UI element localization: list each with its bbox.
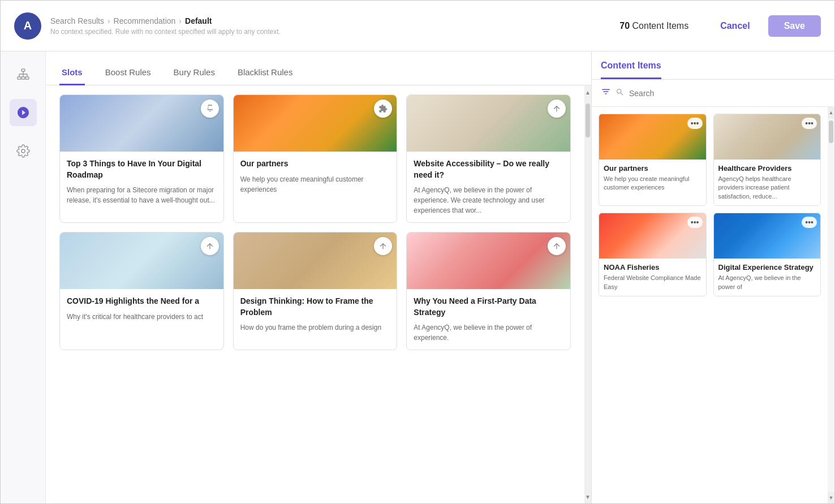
more-options-button[interactable]: ••• <box>687 118 703 129</box>
avatar: A <box>14 12 41 40</box>
card-body: COVID-19 Highlights the Need for a Why i… <box>60 289 223 329</box>
top-header: A Search Results › Recommendation › Defa… <box>1 1 834 51</box>
card-desc: Why it's critical for healthcare provide… <box>67 312 217 322</box>
right-panel-grid: ••• Our partners We help you create mean… <box>592 107 828 503</box>
breadcrumb-area: Search Results › Recommendation › Defaul… <box>50 16 610 36</box>
svg-rect-2 <box>21 77 25 79</box>
main-area: Slots Boost Rules Bury Rules Blacklist R… <box>1 51 834 503</box>
sidebar-icon-org[interactable] <box>10 61 37 88</box>
right-panel-title: Content Items <box>601 61 661 79</box>
right-panel-toolbar <box>592 80 834 107</box>
center-scrollbar[interactable]: ▲ ▼ <box>584 85 591 503</box>
right-card-desc: Federal Website Compliance Made Easy <box>604 274 701 291</box>
card-image <box>60 95 223 152</box>
right-card-body: Digital Experience Strategy At AgencyQ, … <box>714 259 821 296</box>
right-scroll-thumb[interactable] <box>829 120 833 143</box>
right-card-title: Healthcare Providers <box>718 164 816 173</box>
right-card-image: ••• <box>714 114 821 160</box>
content-card: COVID-19 Highlights the Need for a Why i… <box>59 232 224 350</box>
content-card: Why You Need a First-Party Data Strategy… <box>406 232 571 350</box>
right-card-desc: AgencyQ helps healthcare providers incre… <box>718 175 816 201</box>
breadcrumb-current: Default <box>185 16 212 25</box>
more-options-button[interactable]: ••• <box>802 217 817 228</box>
card-body: Why You Need a First-Party Data Strategy… <box>407 289 570 350</box>
sidebar <box>1 51 46 503</box>
scroll-thumb[interactable] <box>586 104 590 137</box>
search-icon <box>616 88 625 99</box>
sidebar-icon-settings[interactable] <box>10 137 37 165</box>
card-title: Website Accessibility – Do we really nee… <box>414 158 563 180</box>
card-desc: At AgencyQ, we believe in the power of e… <box>414 322 563 343</box>
search-input[interactable] <box>629 89 825 98</box>
tab-boost-rules[interactable]: Boost Rules <box>103 61 153 85</box>
right-card-body: Healthcare Providers AgencyQ helps healt… <box>714 160 821 205</box>
card-up-icon[interactable] <box>548 237 566 255</box>
breadcrumb-part1: Search Results <box>50 16 104 25</box>
breadcrumb-part2: Recommendation <box>114 16 176 25</box>
card-body: Top 3 Things to Have In Your Digital Roa… <box>60 152 223 212</box>
svg-rect-1 <box>18 77 21 79</box>
scroll-up-arrow[interactable]: ▲ <box>584 85 591 99</box>
card-title: Our partners <box>240 158 390 170</box>
card-image <box>407 232 570 289</box>
card-title: Design Thinking: How to Frame the Proble… <box>240 296 390 318</box>
card-up-icon[interactable] <box>201 237 219 255</box>
breadcrumb-sep1: › <box>107 16 110 25</box>
right-card-desc: We help you create meaningful customer e… <box>604 175 701 192</box>
content-count: 70 Content Items <box>619 21 688 31</box>
right-scroll-up[interactable]: ▲ <box>828 107 834 118</box>
tab-slots[interactable]: Slots <box>59 61 85 85</box>
card-up-icon[interactable] <box>374 237 392 255</box>
save-button[interactable]: Save <box>768 15 821 37</box>
content-card: Our partners We help you create meaningf… <box>233 94 398 223</box>
right-panel-content-area: ••• Our partners We help you create mean… <box>592 107 834 503</box>
card-image <box>60 232 223 289</box>
card-image <box>234 95 397 152</box>
right-scrollbar[interactable]: ▲ ▼ <box>828 107 834 503</box>
right-card: ••• Healthcare Providers AgencyQ helps h… <box>713 114 821 206</box>
card-desc: How do you frame the problem during a de… <box>240 322 390 333</box>
center-scroll-wrapper: Top 3 Things to Have In Your Digital Roa… <box>46 85 591 503</box>
svg-rect-3 <box>25 77 29 79</box>
tab-blacklist-rules[interactable]: Blacklist Rules <box>235 61 295 85</box>
right-card: ••• Our partners We help you create mean… <box>599 114 707 206</box>
content-grid-area[interactable]: Top 3 Things to Have In Your Digital Roa… <box>46 85 584 503</box>
card-pin-icon[interactable] <box>201 100 219 118</box>
card-desc: At AgencyQ, we believe in the power of e… <box>414 185 563 216</box>
card-puzzle-icon[interactable] <box>374 100 392 118</box>
content-grid: Top 3 Things to Have In Your Digital Roa… <box>59 94 571 350</box>
cancel-button[interactable]: Cancel <box>711 16 759 36</box>
card-title: Top 3 Things to Have In Your Digital Roa… <box>67 158 217 180</box>
tabs-bar: Slots Boost Rules Bury Rules Blacklist R… <box>46 51 591 85</box>
card-body: Our partners We help you create meaningf… <box>234 152 397 201</box>
card-desc: When preparing for a Sitecore migration … <box>67 185 217 205</box>
breadcrumb-subtitle: No context specified. Rule with no conte… <box>50 28 610 36</box>
card-image <box>407 95 570 152</box>
more-options-button[interactable]: ••• <box>687 217 703 228</box>
card-body: Website Accessibility – Do we really nee… <box>407 152 570 222</box>
right-card-title: Our partners <box>604 164 701 173</box>
right-card-image: ••• <box>599 114 706 160</box>
content-card: Website Accessibility – Do we really nee… <box>406 94 571 223</box>
content-card: Top 3 Things to Have In Your Digital Roa… <box>59 94 224 223</box>
right-card-title: Digital Experience Strategy <box>718 263 816 272</box>
scroll-down-arrow[interactable]: ▼ <box>584 490 591 503</box>
sidebar-icon-personalize[interactable] <box>10 99 37 126</box>
svg-point-10 <box>21 149 25 153</box>
right-card: ••• Digital Experience Strategy At Agenc… <box>713 213 821 296</box>
card-title: COVID-19 Highlights the Need for a <box>67 296 217 307</box>
right-card: ••• NOAA Fisheries Federal Website Compl… <box>599 213 707 296</box>
card-title: Why You Need a First-Party Data Strategy <box>414 296 563 318</box>
filter-icon[interactable] <box>601 87 611 100</box>
right-card-body: NOAA Fisheries Federal Website Complianc… <box>599 259 706 296</box>
right-scroll-down[interactable]: ▼ <box>828 492 834 503</box>
right-card-image: ••• <box>714 213 821 259</box>
more-options-button[interactable]: ••• <box>802 118 817 129</box>
right-panel: Content Items ••• <box>591 51 834 503</box>
breadcrumb: Search Results › Recommendation › Defaul… <box>50 16 610 25</box>
svg-rect-0 <box>21 69 25 71</box>
card-body: Design Thinking: How to Frame the Proble… <box>234 289 397 339</box>
tab-bury-rules[interactable]: Bury Rules <box>171 61 217 85</box>
breadcrumb-sep2: › <box>179 16 182 25</box>
card-up-icon[interactable] <box>548 100 566 118</box>
